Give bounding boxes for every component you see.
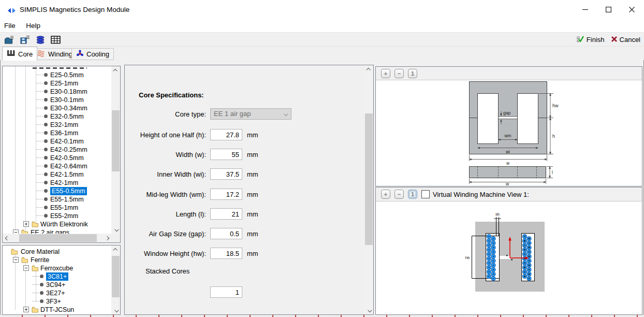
tree-item[interactable]: E55-1.5mm <box>3 195 111 204</box>
tree-connector <box>32 293 39 293</box>
field-value-input[interactable] <box>210 228 242 239</box>
close-button[interactable] <box>620 0 643 19</box>
scroll-up-button[interactable] <box>111 246 120 254</box>
tree-item[interactable]: 3C81+ <box>3 272 111 281</box>
field-label: Mid-leg Width (wm): <box>125 191 206 198</box>
zoom-reset-button[interactable]: 1 <box>408 190 417 199</box>
tree-item[interactable]: Ferroxcube <box>3 264 111 272</box>
bullet-icon <box>44 90 48 93</box>
zoom-in-button[interactable]: + <box>381 190 390 199</box>
tree-item[interactable]: E30-0.34mm <box>3 104 111 112</box>
vwm-checkbox[interactable] <box>421 190 430 198</box>
tree-item[interactable]: 3E27+ <box>3 289 111 297</box>
collapse-icon[interactable] <box>13 229 19 234</box>
tree-item[interactable]: E55-2mm <box>3 212 111 220</box>
field-value-input[interactable] <box>210 208 242 220</box>
core-type-select[interactable]: EE 1 air gap <box>210 108 291 120</box>
app-window: SIMPLIS Magnetics Design Module File Hel… <box>0 0 644 317</box>
field-value-input[interactable] <box>210 129 242 140</box>
scroll-up-button[interactable] <box>364 65 373 74</box>
scroll-thumb[interactable] <box>365 113 373 245</box>
field-value-input[interactable] <box>210 168 242 180</box>
tree-item-label: E25-1mm <box>50 79 78 88</box>
dim-label-hb: hb <box>465 255 470 260</box>
core-tree-vscrollbar[interactable] <box>111 66 120 234</box>
tree-item[interactable]: E36-1mm <box>3 129 111 137</box>
tab-cooling[interactable]: Cooling <box>71 48 114 60</box>
field-value-input[interactable] <box>210 248 242 259</box>
tree-item-label: E55-1mm <box>50 204 78 212</box>
tree-item[interactable]: E25-1mm <box>3 79 111 88</box>
field-label: Inner Width (wi): <box>125 170 206 178</box>
core-specs-panel: Core Specifications: Core type: EE 1 air… <box>124 65 374 315</box>
finish-button[interactable]: Finish <box>576 35 605 44</box>
tree-item[interactable]: Ferrite <box>3 256 111 264</box>
bullet-icon <box>40 283 43 286</box>
scroll-thumb[interactable] <box>19 234 97 242</box>
tree-item[interactable]: E30-0.18mm <box>3 88 111 96</box>
scroll-up-button[interactable] <box>111 66 120 75</box>
field-value-input[interactable] <box>210 189 242 200</box>
bullet-icon <box>44 131 48 135</box>
scroll-left-button[interactable] <box>3 234 11 242</box>
scroll-down-button[interactable] <box>111 225 120 234</box>
material-tree-vscrollbar[interactable] <box>111 246 120 314</box>
tree-item-label: E55-0.5mm <box>50 187 87 195</box>
form-vscrollbar[interactable] <box>364 65 373 314</box>
tree-item[interactable]: E32-0.5mm <box>3 112 111 121</box>
clipped-tree-item[interactable] <box>33 67 87 69</box>
zoom-reset-button[interactable]: 1 <box>408 69 417 78</box>
field-value-input[interactable] <box>210 149 242 160</box>
core-tree-hscrollbar[interactable] <box>3 234 111 242</box>
stacked-cores-input[interactable] <box>210 286 242 298</box>
layers-toolbar-button[interactable] <box>35 34 46 45</box>
tree-item[interactable]: E30-0.1mm <box>3 96 111 104</box>
tree-item[interactable]: E42-1mm <box>3 179 111 187</box>
tree-item[interactable]: E32-1mm <box>3 121 111 129</box>
menu-help[interactable]: Help <box>22 20 45 32</box>
expand-icon[interactable] <box>23 221 29 227</box>
tree-item[interactable]: E25-0.5mm <box>3 71 111 79</box>
tree-item[interactable]: E42-0.25mm <box>3 146 111 154</box>
menu-file[interactable]: File <box>0 20 20 32</box>
tree-connector <box>36 108 43 108</box>
tree-item[interactable]: E55-0.5mm <box>3 187 111 195</box>
save-toolbar-button[interactable] <box>19 34 30 45</box>
scroll-thumb[interactable] <box>112 256 120 297</box>
tree-connector <box>36 215 43 216</box>
folder-icon <box>11 248 18 255</box>
tree-item[interactable]: E42-0.5mm <box>3 154 111 162</box>
tree-item[interactable]: E42-0.64mm <box>3 162 111 170</box>
tree-item[interactable]: E42-1.5mm <box>3 170 111 179</box>
tab-winding[interactable]: Winding <box>32 48 77 60</box>
tree-item-label: E42-1mm <box>50 179 78 187</box>
expand-icon[interactable] <box>23 307 29 312</box>
scroll-thumb[interactable] <box>112 110 120 171</box>
tree-item-label: E42-0.1mm <box>50 137 84 146</box>
zoom-out-button[interactable]: − <box>394 190 404 199</box>
scroll-right-button[interactable] <box>103 234 111 242</box>
scroll-down-button[interactable] <box>364 306 373 314</box>
tree-item-label: E25-0.5mm <box>50 71 84 79</box>
tree-item[interactable]: 3F3+ <box>3 297 111 306</box>
tree-item[interactable]: 3C94+ <box>3 281 111 289</box>
grid-toolbar-button[interactable] <box>50 34 61 45</box>
tree-item[interactable]: EE 2 air gaps <box>3 228 111 234</box>
tree-item[interactable]: E55-1mm <box>3 204 111 212</box>
cancel-button[interactable]: Cancel <box>611 36 640 44</box>
tree-item[interactable]: DTT-JCSun <box>3 306 111 314</box>
zoom-in-button[interactable]: + <box>381 69 390 78</box>
tree-item[interactable]: Würth Elektronik <box>3 220 111 228</box>
field-unit: mm <box>247 170 258 178</box>
tree-item[interactable]: Core Material <box>3 248 111 256</box>
scroll-down-button[interactable] <box>111 306 120 314</box>
tree-item[interactable]: E42-0.1mm <box>3 137 111 146</box>
tree-item-label: 3E27+ <box>46 289 65 297</box>
zoom-out-button[interactable]: − <box>394 69 404 78</box>
minimize-button[interactable] <box>574 0 597 19</box>
maximize-button[interactable] <box>597 0 620 19</box>
tab-core[interactable]: Core <box>2 47 37 61</box>
collapse-icon[interactable] <box>23 265 29 271</box>
open-toolbar-button[interactable] <box>4 34 14 45</box>
collapse-icon[interactable] <box>13 257 19 263</box>
